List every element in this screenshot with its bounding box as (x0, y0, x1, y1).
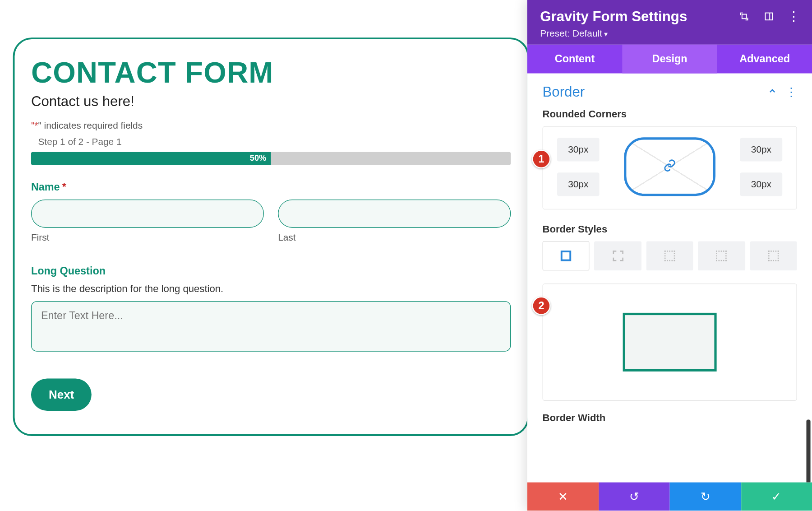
name-field-label: Name* (31, 181, 511, 194)
border-styles-row (543, 241, 797, 270)
square-dashed-icon (613, 251, 623, 261)
border-width-label: Border Width (543, 413, 797, 424)
check-icon: ✓ (771, 489, 781, 503)
undo-button[interactable]: ↺ (599, 483, 670, 511)
next-button[interactable]: Next (31, 378, 92, 411)
border-style-solid-button[interactable] (543, 241, 590, 270)
border-style-option-4[interactable] (698, 241, 745, 270)
dock-icon[interactable] (763, 10, 775, 22)
settings-panel: Gravity Form Settings ⋮ Preset: Default … (527, 0, 812, 511)
panel-tabs: Content Design Advanced (527, 45, 812, 74)
border-preview-box (543, 283, 797, 401)
progress-fill: 50% (31, 152, 271, 165)
link-values-icon[interactable] (663, 159, 676, 174)
panel-title: Gravity Form Settings (540, 8, 687, 24)
tab-advanced[interactable]: Advanced (717, 45, 812, 74)
required-fields-note: "*" indicates required fields (31, 121, 511, 131)
corner-bottom-right-input[interactable] (740, 172, 783, 196)
section-title-border: Border (543, 84, 585, 100)
form-title: CONTACT FORM (31, 56, 511, 89)
scrollbar-thumb[interactable] (806, 419, 810, 482)
save-button[interactable]: ✓ (741, 483, 812, 511)
corner-top-left-input[interactable] (557, 138, 600, 161)
section-more-icon[interactable]: ⋮ (785, 85, 797, 99)
more-menu-icon[interactable]: ⋮ (788, 10, 799, 22)
corner-bottom-left-input[interactable] (557, 172, 600, 196)
collapse-section-icon[interactable] (768, 86, 777, 98)
tab-design[interactable]: Design (622, 45, 717, 74)
undo-icon: ↺ (629, 489, 639, 503)
redo-icon: ↻ (701, 489, 710, 503)
square-dotted-icon (768, 251, 779, 261)
panel-footer: ✕ ↺ ↻ ✓ (527, 483, 812, 511)
expand-icon[interactable] (738, 10, 750, 22)
panel-body: Border ⋮ Rounded Corners (527, 74, 812, 483)
svg-rect-1 (765, 13, 772, 20)
rounded-corners-label: Rounded Corners (543, 108, 797, 120)
required-star-icon: * (62, 181, 66, 193)
progress-percent: 50% (250, 153, 266, 163)
form-preview-card: CONTACT FORM Contact us here! "*" indica… (13, 37, 529, 436)
border-styles-label: Border Styles (543, 223, 797, 235)
border-style-option-3[interactable] (646, 241, 693, 270)
last-name-sublabel: Last (278, 232, 511, 243)
long-question-description: This is the description for the long que… (31, 283, 511, 295)
rounded-corners-control (543, 126, 797, 210)
long-question-label: Long Question (31, 265, 511, 278)
border-preview-rect (623, 313, 717, 372)
redo-button[interactable]: ↻ (670, 483, 741, 511)
corner-preview-shape (624, 137, 715, 196)
form-subtitle: Contact us here! (31, 93, 511, 110)
corner-top-right-input[interactable] (740, 138, 783, 161)
progress-bar: 50% (31, 152, 511, 165)
svg-rect-0 (742, 14, 747, 19)
step-indicator: Step 1 of 2 - Page 1 (38, 137, 511, 147)
last-name-input[interactable] (278, 200, 511, 228)
square-dotted-icon (664, 251, 675, 261)
first-name-sublabel: First (31, 232, 264, 243)
panel-header: Gravity Form Settings ⋮ Preset: Default (527, 0, 812, 45)
tab-content[interactable]: Content (527, 45, 623, 74)
callout-badge-1: 1 (532, 150, 551, 169)
square-icon (561, 251, 571, 261)
preset-dropdown[interactable]: Preset: Default (540, 28, 799, 38)
long-question-textarea[interactable] (31, 301, 511, 352)
border-style-option-2[interactable] (594, 241, 641, 270)
close-icon: ✕ (558, 489, 568, 503)
callout-badge-2: 2 (532, 297, 551, 316)
first-name-input[interactable] (31, 200, 264, 228)
square-dotted-icon (716, 251, 727, 261)
cancel-button[interactable]: ✕ (527, 483, 599, 511)
border-style-option-5[interactable] (750, 241, 797, 270)
